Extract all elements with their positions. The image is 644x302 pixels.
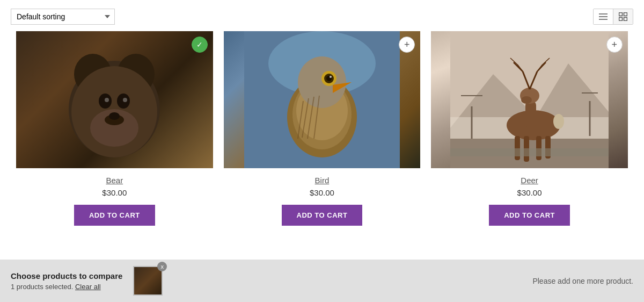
view-toggles [593,9,633,25]
product-image-bird [224,31,421,168]
svg-point-27 [330,76,332,78]
product-image-deer [431,31,628,168]
svg-rect-5 [619,18,623,21]
add-to-cart-bear[interactable]: ADD TO CART [74,205,155,226]
deer-illustration [450,31,609,168]
list-view-button[interactable] [594,9,613,24]
svg-point-17 [109,112,120,120]
svg-point-23 [298,56,346,108]
svg-point-50 [553,114,564,129]
product-image-wrapper-bird: + [224,31,421,168]
add-to-cart-bird[interactable]: ADD TO CART [282,205,363,226]
compare-button-deer[interactable]: + [606,37,623,53]
product-image-wrapper-deer: + [431,31,628,168]
svg-rect-40 [536,136,541,160]
toolbar: Default sortingSort by price: low to hig… [0,0,644,31]
product-name-deer[interactable]: Deer [431,176,628,185]
grid-icon [619,12,627,21]
svg-rect-35 [525,101,536,128]
product-card-deer: + Deer $30.00 ADD TO CART [426,31,633,226]
product-card-bear: ✓ Bear $30.00 ADD TO CART [11,31,218,226]
product-name-bird[interactable]: Bird [224,176,421,185]
product-name-bear[interactable]: Bear [16,176,213,185]
sort-select[interactable]: Default sortingSort by price: low to hig… [11,9,115,25]
grid-view-button[interactable] [613,9,633,24]
bird-illustration [244,31,400,168]
svg-rect-55 [450,148,609,156]
svg-point-15 [123,98,127,102]
list-icon [599,12,608,21]
add-to-cart-deer[interactable]: ADD TO CART [489,205,570,226]
svg-point-14 [105,98,109,102]
product-price-bear: $30.00 [16,188,213,197]
product-price-bird: $30.00 [224,188,421,197]
product-image-wrapper-bear: ✓ [16,31,213,168]
bear-illustration [45,31,184,168]
svg-rect-6 [624,18,627,21]
svg-point-37 [521,96,532,104]
product-card-bird: + Bird $30.00 ADD TO CART [218,31,426,226]
product-image-bear [16,31,213,168]
svg-rect-3 [619,13,623,16]
svg-rect-38 [515,136,520,160]
products-grid: ✓ Bear $30.00 ADD TO CART [0,31,644,226]
svg-rect-4 [624,13,627,16]
compare-button-bear[interactable]: ✓ [192,37,208,53]
product-price-deer: $30.00 [431,188,628,197]
